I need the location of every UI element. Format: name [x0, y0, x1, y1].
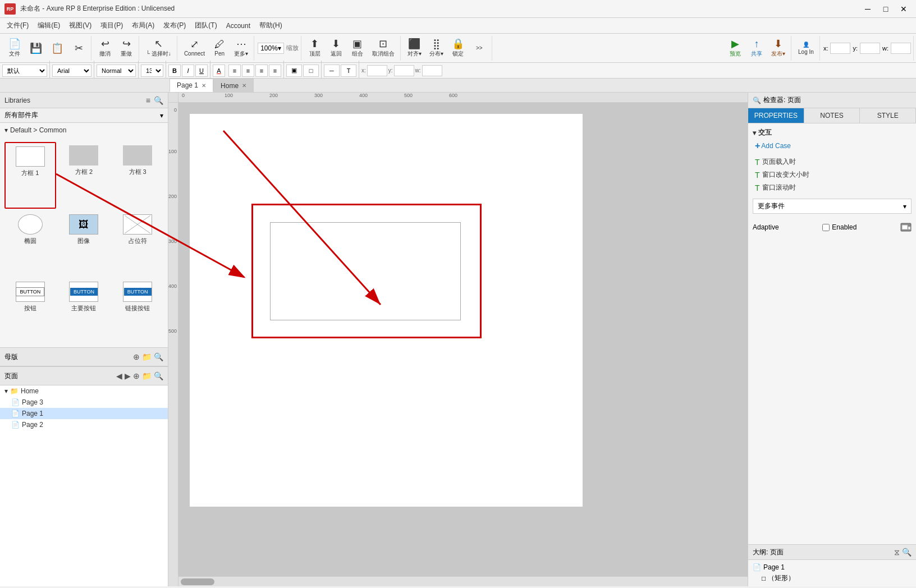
border-color-button[interactable]: □	[303, 65, 319, 77]
italic-button[interactable]: I	[182, 65, 194, 77]
menu-edit[interactable]: 编辑(E)	[33, 19, 65, 33]
master-add-icon[interactable]: ⊕	[133, 352, 140, 361]
more-tools-button[interactable]: ⋯ 更多▾	[231, 38, 251, 59]
copy-button[interactable]: 📋	[47, 42, 67, 54]
horizontal-scrollbar[interactable]	[178, 576, 748, 586]
fmt-x-input[interactable]	[367, 65, 387, 76]
component-box1[interactable]: 方框 1	[4, 142, 56, 209]
tab-style[interactable]: STYLE	[860, 108, 916, 123]
master-search-icon[interactable]: 🔍	[154, 352, 163, 361]
page1-close[interactable]: ✕	[201, 82, 206, 89]
outline-shape[interactable]: □ （矩形）	[753, 572, 912, 584]
share-button[interactable]: ↑共享	[746, 38, 767, 59]
pages-folder-icon[interactable]: 📁	[142, 371, 152, 380]
minimize-button[interactable]: ─	[860, 3, 876, 15]
font-select[interactable]: Arial	[52, 65, 91, 77]
pages-forward-icon[interactable]: ▶	[125, 371, 131, 380]
distribute-button[interactable]: ⣿分布▾	[426, 38, 447, 59]
page-page1[interactable]: 📄 Page 1	[0, 408, 168, 419]
home-close[interactable]: ✕	[242, 82, 246, 89]
component-image[interactable]: 🖼 图像	[58, 211, 110, 275]
back-button[interactable]: ⬇返回	[326, 38, 346, 59]
component-oval[interactable]: 椭圆	[4, 211, 56, 275]
lock-button[interactable]: 🔒锁定	[448, 38, 468, 59]
component-box2[interactable]: 方框 2	[58, 142, 110, 209]
libraries-search-icon[interactable]: 🔍	[154, 96, 163, 105]
menu-view[interactable]: 视图(V)	[65, 19, 96, 33]
pages-back-icon[interactable]: ◀	[116, 371, 122, 380]
text-style-button[interactable]: T	[341, 65, 356, 77]
page-home[interactable]: ▾ 📁 Home	[0, 385, 168, 397]
zoom-select[interactable]: 100% ▾	[258, 43, 284, 54]
component-button[interactable]: BUTTON 按钮	[4, 278, 56, 343]
more2-button[interactable]: >>	[469, 44, 489, 52]
undo-button[interactable]: ↩ 撤消	[95, 38, 115, 59]
tab-notes[interactable]: NOTES	[804, 108, 860, 123]
component-box3[interactable]: 方框 3	[112, 142, 163, 209]
save-button[interactable]: 💾	[26, 42, 46, 54]
align-right-button[interactable]: ≡	[255, 65, 268, 77]
align-justify-button[interactable]: ≡	[269, 65, 281, 77]
pages-add-icon[interactable]: ⊕	[133, 371, 140, 380]
menu-file[interactable]: 文件(F)	[2, 19, 33, 33]
group-button[interactable]: ▣组合	[347, 38, 368, 59]
page-page3[interactable]: 📄 Page 3	[0, 397, 168, 408]
ungroup-button[interactable]: ⊡取消组合	[369, 38, 398, 59]
select-button[interactable]: ↖ └ 选择时↓	[143, 38, 175, 59]
bold-button[interactable]: B	[168, 65, 181, 77]
redo-button[interactable]: ↪ 重做	[116, 38, 136, 59]
close-button[interactable]: ✕	[896, 3, 912, 15]
x-input[interactable]	[830, 43, 850, 54]
new-button[interactable]: 📄文件	[4, 38, 25, 59]
outline-search-icon[interactable]: 🔍	[902, 548, 912, 557]
hscroll-thumb[interactable]	[181, 578, 214, 585]
menu-help[interactable]: 帮助(H)	[255, 19, 287, 33]
component-primary-button[interactable]: BUTTON 主要按钮	[58, 278, 110, 343]
adaptive-settings-icon[interactable]	[900, 223, 912, 232]
login-button[interactable]: 👤Log In	[795, 40, 817, 56]
canvas-area[interactable]: 0 100 200 300 400 500 600 0 100 200 300 …	[168, 93, 748, 586]
page-page2[interactable]: 📄 Page 2	[0, 419, 168, 430]
menu-layout[interactable]: 布局(A)	[127, 19, 159, 33]
connect-button[interactable]: ⤢ Connect	[181, 38, 208, 58]
pages-search-icon[interactable]: 🔍	[154, 371, 163, 380]
align-center-button[interactable]: ≡	[242, 65, 254, 77]
outline-filter-icon[interactable]: ⧖	[894, 548, 900, 557]
widget-rectangle[interactable]	[270, 222, 461, 320]
border-style-button[interactable]: ─	[324, 65, 340, 77]
component-link-button[interactable]: BUTTON 链接按钮	[112, 278, 163, 343]
preview-button[interactable]: ▶预览	[725, 38, 745, 59]
cut-button[interactable]: ✂	[68, 42, 89, 54]
w-input[interactable]	[891, 43, 911, 54]
menu-project[interactable]: 项目(P)	[96, 19, 127, 33]
adaptive-checkbox[interactable]	[822, 224, 830, 231]
page1-tab[interactable]: Page 1 ✕	[170, 79, 213, 92]
maximize-button[interactable]: □	[878, 3, 894, 15]
top-button[interactable]: ⬆顶层	[305, 38, 325, 59]
menu-team[interactable]: 团队(T)	[190, 19, 221, 33]
canvas-content[interactable]	[178, 103, 748, 576]
style-select[interactable]: 默认	[2, 65, 47, 77]
fmt-y-input[interactable]	[394, 65, 414, 76]
pen-button[interactable]: 🖊 Pen	[209, 38, 230, 58]
master-folder-icon[interactable]: 📁	[142, 352, 152, 361]
size-select[interactable]: 13	[141, 65, 163, 77]
weight-select[interactable]: Normal	[97, 65, 136, 77]
y-input[interactable]	[860, 43, 880, 54]
menu-publish[interactable]: 发布(P)	[159, 19, 190, 33]
underline-button[interactable]: U	[195, 65, 208, 77]
collapse-icon[interactable]: ▾	[753, 129, 756, 137]
font-color-button[interactable]: A	[213, 65, 225, 77]
align-left-button[interactable]: ≡	[228, 65, 241, 77]
publish-button[interactable]: ⬇发布▾	[768, 38, 789, 59]
add-case-button[interactable]: + Add Case	[753, 141, 912, 151]
align-button[interactable]: ⬛对齐▾	[404, 38, 425, 59]
home-tab[interactable]: Home ✕	[213, 79, 254, 92]
tab-properties[interactable]: PROPERTIES	[748, 108, 804, 123]
library-dropdown[interactable]: 所有部件库 ▾	[0, 108, 168, 123]
menu-account[interactable]: Account	[222, 20, 255, 32]
component-placeholder[interactable]: 占位符	[112, 211, 163, 275]
fill-color-button[interactable]: ▣	[286, 65, 302, 77]
more-events-dropdown[interactable]: 更多事件 ▾	[753, 199, 912, 214]
fmt-w-input[interactable]	[422, 65, 442, 76]
